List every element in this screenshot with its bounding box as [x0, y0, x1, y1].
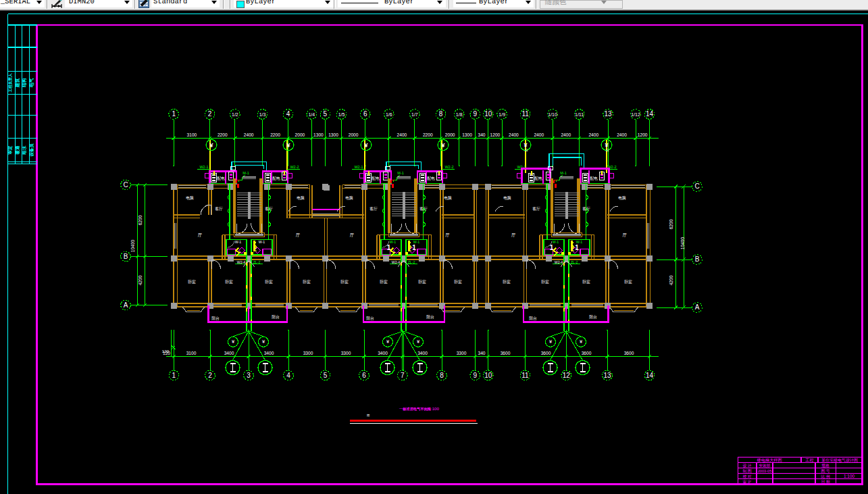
svg-text:工程负责人: 工程负责人 — [8, 73, 13, 93]
svg-text:3600: 3600 — [582, 351, 592, 355]
svg-text:¥: ¥ — [524, 142, 527, 149]
svg-text:120: 120 — [162, 349, 170, 353]
svg-text:1: 1 — [387, 244, 391, 251]
svg-text:13: 13 — [605, 110, 613, 118]
svg-text:配电: 配电 — [272, 176, 280, 180]
svg-text:1: 1 — [412, 244, 416, 251]
svg-text:4: 4 — [286, 110, 290, 118]
svg-text:安装部: 安装部 — [759, 464, 771, 468]
svg-text:结构: 结构 — [22, 78, 27, 89]
svg-text:电脑: 电脑 — [618, 195, 626, 201]
svg-text:2200: 2200 — [270, 132, 280, 137]
svg-text:1300: 1300 — [313, 132, 324, 137]
svg-text:建筑: 建筑 — [15, 78, 20, 89]
svg-text:3400: 3400 — [224, 351, 234, 355]
svg-text:6: 6 — [363, 110, 367, 118]
svg-text:校 对: 校 对 — [742, 474, 751, 478]
svg-text:M-1: M-1 — [397, 171, 403, 175]
svg-text:卧室: 卧室 — [624, 279, 632, 284]
svg-text:电脑: 电脑 — [297, 195, 305, 201]
svg-text:340: 340 — [478, 132, 485, 137]
svg-text:¥: ¥ — [386, 339, 390, 345]
svg-text:客厅: 客厅 — [215, 206, 223, 212]
svg-text:ZL-2: ZL-2 — [408, 260, 415, 264]
svg-text:W2-4: W2-4 — [237, 260, 246, 264]
svg-text:13: 13 — [603, 372, 611, 379]
svg-text:客厅: 客厅 — [265, 206, 273, 212]
svg-text:阳台: 阳台 — [589, 315, 597, 320]
svg-text:配电: 配电 — [372, 176, 380, 180]
svg-text:日 期: 日 期 — [821, 480, 829, 485]
svg-text:审定: 审定 — [7, 145, 13, 154]
svg-text:卧室: 卧室 — [225, 279, 233, 284]
svg-text:厅: 厅 — [198, 232, 203, 237]
svg-text:某住宅楼电气设计图: 某住宅楼电气设计图 — [821, 458, 858, 463]
svg-text:3300: 3300 — [303, 351, 313, 355]
svg-text:1300: 1300 — [462, 132, 472, 137]
svg-text:2000: 2000 — [349, 132, 359, 137]
svg-text:图 号: 图 号 — [821, 468, 829, 474]
svg-text:暖通: 暖通 — [15, 145, 20, 154]
svg-text:阳台: 阳台 — [426, 315, 434, 320]
svg-text:标准层电气平面图: 标准层电气平面图 — [402, 407, 431, 412]
svg-text:1/8: 1/8 — [456, 112, 463, 117]
svg-text:B: B — [695, 255, 700, 263]
svg-text:4: 4 — [286, 372, 290, 379]
svg-text:1: 1 — [575, 244, 579, 251]
svg-text:2200: 2200 — [218, 132, 228, 137]
svg-text:电脑: 电脑 — [345, 195, 353, 201]
svg-text:卧室: 卧室 — [340, 279, 349, 284]
svg-text:11: 11 — [605, 148, 609, 152]
svg-text:1200: 1200 — [638, 132, 648, 137]
svg-text:4200: 4200 — [138, 275, 143, 285]
svg-text:卧室: 卧室 — [188, 279, 196, 284]
svg-text:W2-2: W2-2 — [290, 165, 299, 169]
svg-text:340: 340 — [478, 351, 485, 355]
svg-text:客厅: 客厅 — [582, 206, 590, 212]
svg-text:W2-1: W2-1 — [199, 165, 208, 169]
svg-text:3100: 3100 — [186, 351, 197, 355]
svg-text:≈: ≈ — [367, 412, 369, 418]
svg-text:3600: 3600 — [624, 351, 634, 355]
svg-text:阳台: 阳台 — [366, 316, 374, 321]
svg-text:3100: 3100 — [187, 132, 197, 137]
svg-text:6: 6 — [362, 372, 366, 379]
svg-text:2: 2 — [208, 372, 212, 379]
svg-text:楼电梯大样图: 楼电梯大样图 — [757, 458, 782, 463]
svg-text:阳台: 阳台 — [272, 315, 280, 320]
svg-text:ZL-2: ZL-2 — [253, 260, 261, 264]
svg-text:A: A — [124, 301, 128, 309]
svg-text:2: 2 — [208, 110, 212, 118]
svg-text:11: 11 — [524, 148, 528, 152]
svg-text:厅: 厅 — [511, 232, 516, 237]
svg-text:1/4: 1/4 — [308, 112, 315, 117]
svg-text:¥: ¥ — [549, 339, 553, 345]
svg-text:给水: 给水 — [22, 145, 27, 155]
svg-text:12: 12 — [563, 372, 571, 379]
svg-text:阳台: 阳台 — [529, 316, 537, 321]
svg-text:A: A — [695, 303, 700, 311]
svg-text:2400: 2400 — [244, 132, 254, 137]
svg-text:工程: 工程 — [805, 458, 813, 463]
svg-text:8: 8 — [440, 372, 444, 379]
svg-text:14: 14 — [646, 372, 654, 379]
svg-text:10400: 10400 — [680, 237, 685, 250]
svg-text:客厅: 客厅 — [532, 206, 540, 212]
svg-text:¥: ¥ — [209, 142, 213, 149]
svg-text:制 图: 制 图 — [742, 468, 751, 474]
svg-text:2400: 2400 — [534, 132, 544, 137]
svg-text:¥: ¥ — [580, 339, 583, 345]
svg-text:¥: ¥ — [605, 142, 608, 149]
svg-text:¥: ¥ — [364, 142, 367, 149]
svg-text:卧室: 卧室 — [380, 279, 388, 284]
svg-text:规格: 规格 — [821, 463, 829, 468]
svg-text:3400: 3400 — [264, 351, 274, 355]
svg-text:2400: 2400 — [617, 132, 627, 137]
svg-text:厅: 厅 — [622, 232, 627, 237]
svg-text:设备员: 设备员 — [29, 143, 34, 157]
svg-text:卧室: 卧室 — [303, 279, 311, 284]
svg-text:2400: 2400 — [509, 132, 519, 137]
svg-text:设 计: 设 计 — [742, 463, 751, 468]
svg-text:M-1: M-1 — [242, 171, 249, 175]
svg-text:3600: 3600 — [541, 351, 551, 355]
